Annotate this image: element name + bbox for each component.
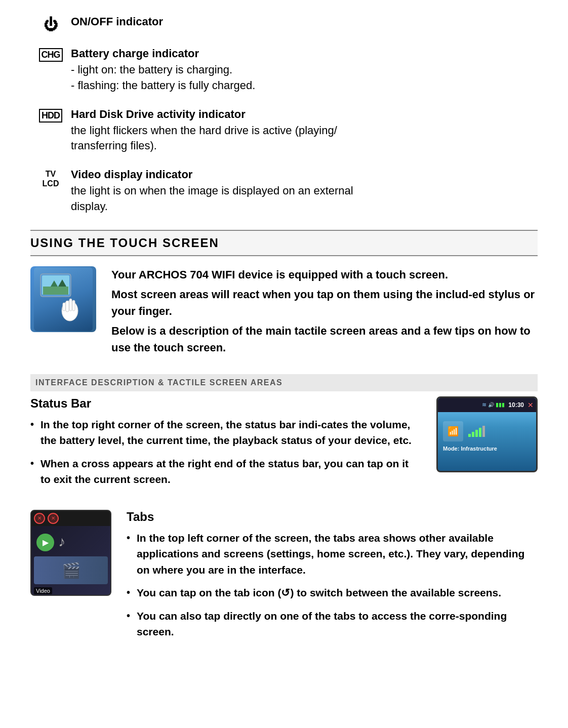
touch-screen-divider: USING THE TOUCH SCREEN	[30, 230, 538, 256]
chg-indicator-text: Battery charge indicator - light on: the…	[71, 47, 538, 94]
hdd-indicator-sub: the light flickers when the hard drive i…	[71, 123, 538, 154]
tabs-screenshot: ✕ ✕ ▶ ♪ 🎬 Video	[30, 510, 111, 596]
status-bar-title: Status Bar	[30, 396, 421, 411]
touch-screen-content: Your ARCHOS 704 WIFI device is equipped …	[30, 266, 538, 359]
tv-lcd-indicator-title: Video display indicator	[71, 168, 538, 181]
tabs-media-area: ▶ ♪	[36, 534, 105, 551]
status-bar-text: Status Bar In the top right corner of th…	[30, 396, 421, 495]
film-icon: 🎬	[62, 561, 80, 579]
interface-sub-section-title: INTERFACE DESCRIPTION & TACTILE SCREEN A…	[30, 374, 538, 391]
tabs-title: Tabs	[127, 510, 538, 524]
time-display: 10:30	[508, 401, 524, 409]
hand-touch-svg	[38, 271, 89, 327]
status-bar-bullets: In the top right corner of the screen, t…	[30, 417, 421, 488]
status-bar-image-top: ≋ 🔊 ▮▮▮ 10:30 ✕	[438, 398, 536, 412]
svg-rect-9	[63, 303, 65, 311]
tv-lcd-indicator-text: Video display indicator the light is on …	[71, 168, 538, 215]
svg-rect-2	[43, 287, 68, 295]
status-bar-image-body: 📶 Mode: Infrastructure	[438, 412, 536, 457]
chg-indicator-title: Battery charge indicator	[71, 47, 538, 60]
hdd-icon-label: HDD	[39, 109, 62, 123]
tabs-bullets: In the top left corner of the screen, th…	[127, 530, 538, 640]
hdd-indicator-title: Hard Disk Drive activity indicator	[71, 108, 538, 121]
chg-icon-label: CHG	[39, 48, 63, 62]
status-bar-bullet-1: In the top right corner of the screen, t…	[30, 417, 421, 449]
tabs-bullet-1: In the top left corner of the screen, th…	[127, 530, 538, 578]
volume-icon: 🔊	[488, 402, 494, 408]
wifi-status-icon: ≋	[482, 401, 486, 408]
tabs-image-body: ▶ ♪ 🎬 Video	[31, 526, 110, 596]
on-off-indicator-text: ON/OFF indicator	[71, 15, 538, 30]
wifi-symbol: 📶	[448, 426, 459, 437]
tabs-bullet-3: You can also tap directly on one of the …	[127, 608, 538, 640]
on-off-indicator-row: ⏻ ON/OFF indicator	[30, 15, 538, 33]
video-label: Video	[34, 587, 52, 594]
tab-circle-1: ✕	[34, 513, 45, 524]
wifi-logo-box: 📶	[443, 421, 463, 441]
chg-line-1: - light on: the battery is charging.	[71, 62, 538, 78]
tabs-section: ✕ ✕ ▶ ♪ 🎬 Video Tabs In the	[30, 510, 538, 647]
chg-indicator-sub: - light on: the battery is charging. - f…	[71, 62, 538, 94]
film-strip-area: 🎬	[34, 556, 108, 584]
play-button-icon: ▶	[36, 534, 54, 551]
svg-rect-8	[72, 300, 75, 311]
touch-para-3: Below is a description of the main tacti…	[111, 322, 538, 356]
chg-icon: CHG	[30, 47, 71, 62]
status-bar-bullet-2: When a cross appears at the right end of…	[30, 456, 421, 488]
tabs-image-top: ✕ ✕	[31, 511, 110, 526]
touch-para-1: Your ARCHOS 704 WIFI device is equipped …	[111, 266, 538, 283]
lcd-icon-label: LCD	[43, 179, 59, 188]
touch-screen-icon	[30, 266, 96, 332]
tabs-section-wrapper: ✕ ✕ ▶ ♪ 🎬 Video Tabs In the	[30, 510, 538, 647]
tv-lcd-line-1: the light is on when the image is displa…	[71, 183, 538, 199]
power-icon: ⏻	[30, 15, 71, 33]
battery-bar: ▮▮▮	[496, 401, 505, 408]
tv-lcd-icon: TV LCD	[30, 168, 71, 188]
on-off-indicator-title: ON/OFF indicator	[71, 15, 538, 28]
tab-circle-2: ✕	[48, 513, 59, 524]
mode-label: Mode: Infrastructure	[443, 446, 531, 452]
tv-icon-label: TV	[46, 169, 56, 179]
chg-line-2: - flashing: the battery is fully charged…	[71, 78, 538, 94]
status-bar-section: Status Bar In the top right corner of th…	[30, 396, 538, 495]
indicators-section: ⏻ ON/OFF indicator CHG Battery charge in…	[30, 15, 538, 215]
status-bar-content: Status Bar In the top right corner of th…	[30, 396, 538, 495]
tv-lcd-indicator-row: TV LCD Video display indicator the light…	[30, 168, 538, 215]
tabs-bullet-2: You can tap on the tab icon (↺) to switc…	[127, 585, 538, 601]
close-icon-small: ✕	[528, 401, 534, 409]
hdd-icon: HDD	[30, 108, 71, 123]
tv-lcd-indicator-sub: the light is on when the image is displa…	[71, 183, 538, 215]
signal-bars	[468, 426, 485, 437]
hdd-indicator-row: HDD Hard Disk Drive activity indicator t…	[30, 108, 538, 154]
touch-screen-section-title: USING THE TOUCH SCREEN	[30, 236, 219, 250]
hdd-indicator-text: Hard Disk Drive activity indicator the l…	[71, 108, 538, 154]
hdd-line-2: transferring files).	[71, 138, 538, 154]
touch-screen-text-content: Your ARCHOS 704 WIFI device is equipped …	[111, 266, 538, 359]
hdd-line-1: the light flickers when the hard drive i…	[71, 123, 538, 139]
chg-indicator-row: CHG Battery charge indicator - light on:…	[30, 47, 538, 94]
music-note-icon: ♪	[58, 534, 65, 551]
status-bar-screenshot: ≋ 🔊 ▮▮▮ 10:30 ✕ 📶	[436, 396, 538, 472]
touch-para-2: Most screen areas will react when you ta…	[111, 286, 538, 319]
svg-rect-7	[69, 299, 72, 311]
touch-screen-section: Your ARCHOS 704 WIFI device is equipped …	[30, 266, 538, 359]
tabs-text-content: Tabs In the top left corner of the scree…	[127, 510, 538, 647]
svg-rect-6	[66, 301, 69, 312]
tv-lcd-line-2: display.	[71, 199, 538, 215]
wifi-icon-area: 📶	[443, 421, 531, 441]
